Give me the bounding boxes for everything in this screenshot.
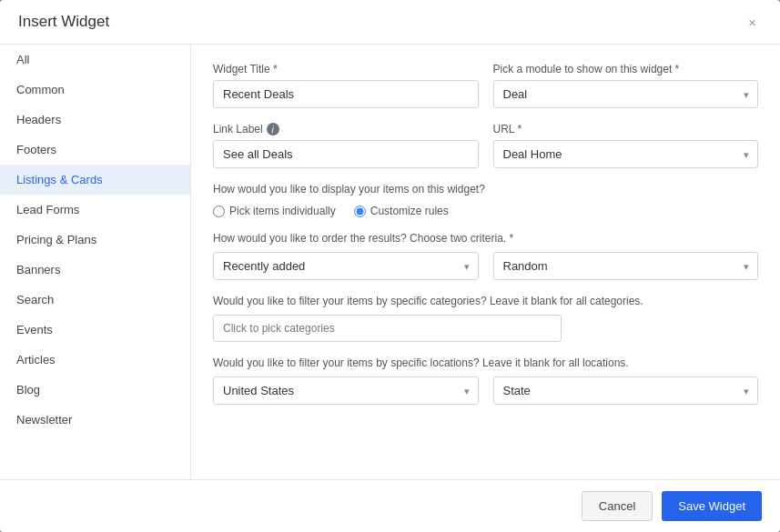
modal-body: AllCommonHeadersFootersListings & CardsL… xyxy=(0,45,780,479)
module-select[interactable]: Deal xyxy=(493,80,759,108)
link-label-label: Link Label i xyxy=(213,123,479,136)
order-first-wrapper: Recently added ▾ xyxy=(213,252,479,280)
sidebar-item-lead-forms[interactable]: Lead Forms xyxy=(0,195,190,225)
display-radio-group: Pick items individually Customize rules xyxy=(213,205,758,217)
order-first-select[interactable]: Recently added xyxy=(213,252,479,280)
main-content: Widget Title * Pick a module to show on … xyxy=(191,45,780,479)
radio-individual-input[interactable] xyxy=(213,206,225,217)
category-question: Would you like to filter your items by s… xyxy=(213,295,758,307)
category-input[interactable] xyxy=(213,315,562,342)
row-order: Recently added ▾ Random ▾ xyxy=(213,252,758,280)
link-label-group: Link Label i xyxy=(213,123,479,168)
state-select[interactable]: State xyxy=(493,376,759,405)
radio-customize-text: Customize rules xyxy=(370,205,449,217)
country-select[interactable]: United States xyxy=(213,376,479,405)
row-location: United States ▾ State ▾ xyxy=(213,376,758,405)
module-label: Pick a module to show on this widget * xyxy=(493,63,759,75)
sidebar-item-articles[interactable]: Articles xyxy=(0,345,190,375)
sidebar: AllCommonHeadersFootersListings & CardsL… xyxy=(0,45,191,479)
order-second-group: Random ▾ xyxy=(493,252,759,280)
sidebar-item-search[interactable]: Search xyxy=(0,285,190,315)
category-field-wrapper xyxy=(213,315,758,342)
url-group: URL * Deal Home ▾ xyxy=(493,123,759,168)
row-title-module: Widget Title * Pick a module to show on … xyxy=(213,63,758,108)
sidebar-item-banners[interactable]: Banners xyxy=(0,255,190,285)
widget-title-input[interactable] xyxy=(213,80,479,108)
order-second-wrapper: Random ▾ xyxy=(493,252,759,280)
link-label-input[interactable] xyxy=(213,140,479,168)
location-question: Would you like to filter your items by s… xyxy=(213,356,758,369)
sidebar-item-all[interactable]: All xyxy=(0,45,190,75)
sidebar-item-pricing-plans[interactable]: Pricing & Plans xyxy=(0,225,190,255)
widget-title-group: Widget Title * xyxy=(213,63,479,108)
radio-individual-text: Pick items individually xyxy=(229,205,336,217)
modal-overlay: Insert Widget × AllCommonHeadersFootersL… xyxy=(0,0,780,532)
module-select-wrapper: Deal ▾ xyxy=(493,80,759,108)
order-second-select[interactable]: Random xyxy=(493,252,759,280)
country-group: United States ▾ xyxy=(213,376,479,405)
url-select[interactable]: Deal Home xyxy=(493,140,759,168)
sidebar-item-newsletter[interactable]: Newsletter xyxy=(0,405,190,435)
radio-customize-input[interactable] xyxy=(354,206,366,217)
modal-header: Insert Widget × xyxy=(0,0,780,45)
radio-individual-label[interactable]: Pick items individually xyxy=(213,205,336,217)
sidebar-item-listings-cards[interactable]: Listings & Cards xyxy=(0,165,190,195)
row-link-url: Link Label i URL * Deal Home ▾ xyxy=(213,123,758,168)
insert-widget-modal: Insert Widget × AllCommonHeadersFootersL… xyxy=(0,0,780,532)
info-icon: i xyxy=(267,123,279,136)
cancel-button[interactable]: Cancel xyxy=(582,491,653,521)
radio-customize-label[interactable]: Customize rules xyxy=(354,205,449,217)
display-question: How would you like to display your items… xyxy=(213,183,758,196)
widget-title-label: Widget Title * xyxy=(213,63,479,75)
close-button[interactable]: × xyxy=(743,14,762,31)
url-label: URL * xyxy=(493,123,759,136)
order-question: How would you like to order the results?… xyxy=(213,232,758,245)
sidebar-item-common[interactable]: Common xyxy=(0,75,190,105)
modal-footer: Cancel Save Widget xyxy=(0,479,780,532)
sidebar-item-events[interactable]: Events xyxy=(0,315,190,345)
url-select-wrapper: Deal Home ▾ xyxy=(493,140,759,168)
sidebar-item-blog[interactable]: Blog xyxy=(0,375,190,405)
module-group: Pick a module to show on this widget * D… xyxy=(493,63,759,108)
save-widget-button[interactable]: Save Widget xyxy=(662,491,762,521)
modal-title: Insert Widget xyxy=(18,13,109,31)
country-select-wrapper: United States ▾ xyxy=(213,376,479,405)
state-select-wrapper: State ▾ xyxy=(493,376,759,405)
sidebar-item-footers[interactable]: Footers xyxy=(0,135,190,165)
state-group: State ▾ xyxy=(493,376,759,405)
order-first-group: Recently added ▾ xyxy=(213,252,479,280)
sidebar-item-headers[interactable]: Headers xyxy=(0,105,190,135)
